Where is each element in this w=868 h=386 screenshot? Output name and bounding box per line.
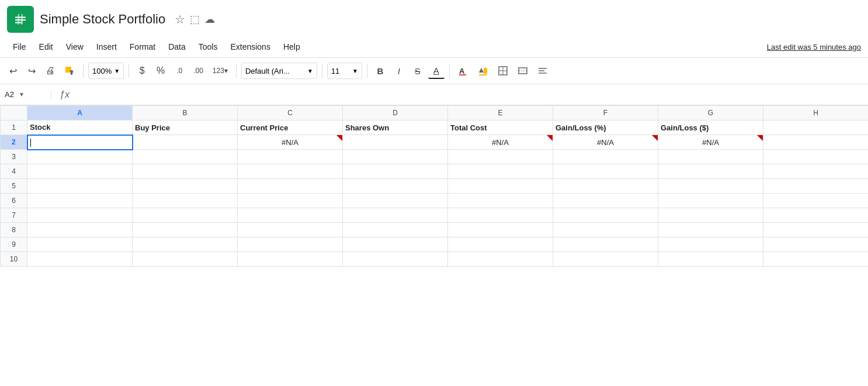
- format-number-button[interactable]: 123▾: [209, 63, 231, 79]
- cell-reference-box[interactable]: A2 ▼: [5, 90, 51, 99]
- cell-a7[interactable]: [27, 208, 133, 223]
- cell-c7[interactable]: [238, 208, 343, 223]
- star-icon[interactable]: ☆: [175, 12, 185, 26]
- cell-a6[interactable]: [27, 194, 133, 208]
- cell-e6[interactable]: [448, 194, 553, 208]
- col-header-d[interactable]: D: [343, 106, 448, 120]
- cell-e3[interactable]: [448, 150, 553, 164]
- cell-g3[interactable]: [658, 150, 763, 164]
- cell-f6[interactable]: [553, 194, 658, 208]
- italic-button[interactable]: I: [391, 63, 407, 79]
- cell-a1[interactable]: Stock: [27, 120, 133, 135]
- cell-d9[interactable]: [343, 237, 448, 252]
- cell-a2[interactable]: [27, 135, 133, 150]
- strikethrough-button[interactable]: S: [409, 63, 426, 79]
- cell-e7[interactable]: [448, 208, 553, 223]
- cell-b10[interactable]: [133, 252, 238, 267]
- cell-b1[interactable]: Buy Price: [133, 120, 238, 135]
- cell-f9[interactable]: [553, 237, 658, 252]
- cell-g6[interactable]: [658, 194, 763, 208]
- cell-c1[interactable]: Current Price: [238, 120, 343, 135]
- percent-button[interactable]: %: [152, 63, 169, 79]
- cell-g9[interactable]: [658, 237, 763, 252]
- menu-view[interactable]: View: [60, 40, 89, 54]
- cell-b9[interactable]: [133, 237, 238, 252]
- col-header-b[interactable]: B: [133, 106, 238, 120]
- col-header-h[interactable]: H: [763, 106, 869, 120]
- print-button[interactable]: 🖨: [42, 63, 58, 79]
- cell-g4[interactable]: [658, 164, 763, 179]
- cell-d7[interactable]: [343, 208, 448, 223]
- currency-button[interactable]: $: [134, 63, 150, 79]
- col-header-c[interactable]: C: [238, 106, 343, 120]
- menu-help[interactable]: Help: [277, 40, 306, 54]
- move-icon[interactable]: ⬚: [190, 13, 200, 26]
- cell-c8[interactable]: [238, 223, 343, 237]
- cell-h7[interactable]: [763, 208, 869, 223]
- col-header-g[interactable]: G: [658, 106, 763, 120]
- menu-file[interactable]: File: [7, 40, 32, 54]
- cell-b3[interactable]: [133, 150, 238, 164]
- cell-g5[interactable]: [658, 179, 763, 194]
- cell-c3[interactable]: [238, 150, 343, 164]
- cell-d3[interactable]: [343, 150, 448, 164]
- cell-e5[interactable]: [448, 179, 553, 194]
- cell-a8[interactable]: [27, 223, 133, 237]
- cell-h4[interactable]: [763, 164, 869, 179]
- paint-format-button[interactable]: [61, 63, 78, 79]
- undo-button[interactable]: ↩: [5, 63, 21, 79]
- cell-c10[interactable]: [238, 252, 343, 267]
- cell-c5[interactable]: [238, 179, 343, 194]
- cell-b2[interactable]: [133, 135, 238, 150]
- cell-e10[interactable]: [448, 252, 553, 267]
- cell-h8[interactable]: [763, 223, 869, 237]
- redo-button[interactable]: ↪: [23, 63, 40, 79]
- zoom-control[interactable]: 100% ▼: [88, 63, 124, 79]
- borders-button[interactable]: [494, 63, 512, 79]
- font-selector[interactable]: Default (Ari... ▼: [241, 63, 317, 79]
- align-button[interactable]: [534, 63, 551, 79]
- menu-tools[interactable]: Tools: [193, 40, 224, 54]
- cell-f10[interactable]: [553, 252, 658, 267]
- menu-data[interactable]: Data: [162, 40, 192, 54]
- bold-button[interactable]: B: [372, 63, 388, 79]
- cell-c2[interactable]: #N/A: [238, 135, 343, 150]
- cell-a4[interactable]: [27, 164, 133, 179]
- cell-d1[interactable]: Shares Own: [343, 120, 448, 135]
- cell-c6[interactable]: [238, 194, 343, 208]
- col-header-f[interactable]: F: [553, 106, 658, 120]
- cell-d8[interactable]: [343, 223, 448, 237]
- cell-d4[interactable]: [343, 164, 448, 179]
- cell-h5[interactable]: [763, 179, 869, 194]
- cell-f7[interactable]: [553, 208, 658, 223]
- cell-g10[interactable]: [658, 252, 763, 267]
- menu-insert[interactable]: Insert: [91, 40, 123, 54]
- cell-h9[interactable]: [763, 237, 869, 252]
- cell-a9[interactable]: [27, 237, 133, 252]
- cell-h3[interactable]: [763, 150, 869, 164]
- cell-e9[interactable]: [448, 237, 553, 252]
- underline-button[interactable]: A: [428, 63, 445, 79]
- cell-g2[interactable]: #N/A: [658, 135, 763, 150]
- cell-a3[interactable]: [27, 150, 133, 164]
- decimal-less-button[interactable]: .0: [171, 63, 188, 79]
- cell-h10[interactable]: [763, 252, 869, 267]
- cell-b8[interactable]: [133, 223, 238, 237]
- cell-f3[interactable]: [553, 150, 658, 164]
- cell-f1[interactable]: Gain/Loss (%): [553, 120, 658, 135]
- cell-e8[interactable]: [448, 223, 553, 237]
- cell-b5[interactable]: [133, 179, 238, 194]
- cell-d6[interactable]: [343, 194, 448, 208]
- cell-g7[interactable]: [658, 208, 763, 223]
- cell-d10[interactable]: [343, 252, 448, 267]
- cell-e2[interactable]: #N/A: [448, 135, 553, 150]
- cell-f4[interactable]: [553, 164, 658, 179]
- cell-g1[interactable]: Gain/Loss ($): [658, 120, 763, 135]
- cell-h6[interactable]: [763, 194, 869, 208]
- cell-d5[interactable]: [343, 179, 448, 194]
- cell-d2[interactable]: [343, 135, 448, 150]
- font-size-selector[interactable]: 11 ▼: [327, 63, 362, 79]
- cell-b4[interactable]: [133, 164, 238, 179]
- menu-format[interactable]: Format: [124, 40, 161, 54]
- cell-f5[interactable]: [553, 179, 658, 194]
